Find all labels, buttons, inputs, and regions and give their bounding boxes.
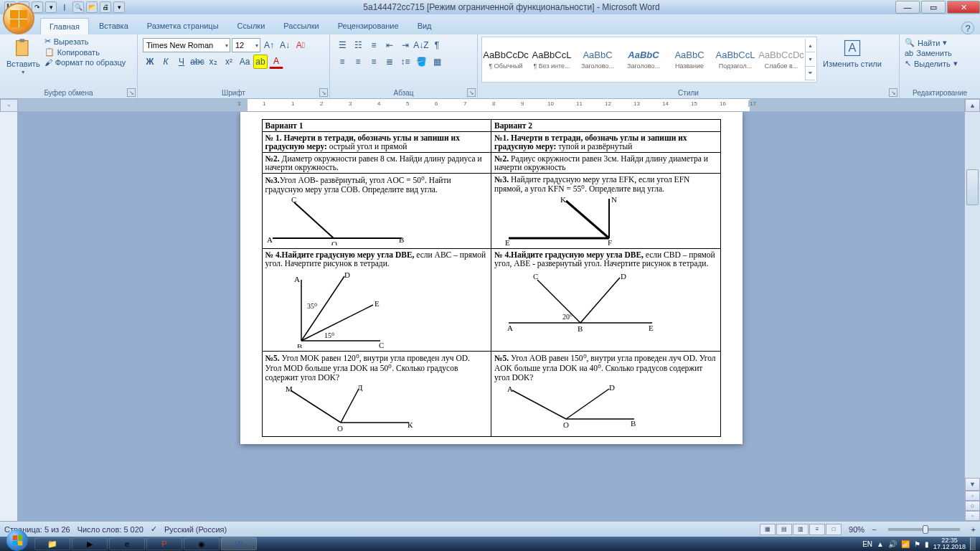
maximize-button[interactable]: ▭ — [921, 1, 946, 14]
gallery-scroll[interactable]: ▲▼⏷ — [805, 39, 815, 80]
taskbar-explorer[interactable]: 📁 — [34, 537, 70, 550]
font-size-combo[interactable]: 12 — [232, 38, 260, 52]
taskbar-ie[interactable]: e — [109, 537, 145, 550]
clipboard-dialog-launcher[interactable]: ↘ — [127, 88, 136, 97]
start-button[interactable] — [1, 537, 33, 551]
zoom-out-button[interactable]: − — [872, 525, 876, 534]
scroll-down-button[interactable]: ▼ — [965, 478, 980, 491]
align-right-button[interactable]: ≡ — [367, 55, 381, 69]
font-name-combo[interactable]: Times New Roman — [143, 38, 230, 52]
spell-check-icon[interactable]: ✓ — [151, 524, 157, 534]
line-spacing-button[interactable]: ↕≡ — [398, 55, 413, 69]
tab-view[interactable]: Вид — [409, 18, 440, 34]
clear-format-icon[interactable]: A⃠ — [293, 38, 308, 52]
taskbar-chrome[interactable]: ◉ — [184, 537, 220, 550]
redo-icon[interactable]: ↷ — [32, 1, 43, 13]
document-area[interactable]: Вариант 1 Вариант 2 № 1. Начерти в тетра… — [18, 112, 964, 521]
taskbar-ppt[interactable]: P — [146, 537, 182, 550]
inc-indent-button[interactable]: ⇥ — [398, 38, 413, 52]
office-button[interactable] — [3, 3, 34, 34]
tab-page-layout[interactable]: Разметка страницы — [138, 18, 227, 34]
borders-button[interactable]: ▦ — [430, 55, 444, 69]
styles-gallery[interactable]: AaBbCcDc¶ Обычный AaBbCcL¶ Без инте... A… — [481, 37, 817, 83]
full-read-view[interactable]: ▤ — [776, 524, 792, 535]
vertical-ruler[interactable] — [0, 112, 18, 521]
grow-font-icon[interactable]: A↑ — [262, 38, 276, 52]
change-styles-button[interactable]: A Изменить стили — [820, 37, 885, 70]
vertical-scrollbar[interactable]: ▲ ▼ ◦ ○ ◦ — [964, 99, 980, 521]
zoom-handle[interactable] — [923, 525, 928, 534]
style-heading1[interactable]: AaBbCЗаголово... — [575, 39, 620, 80]
font-dialog-launcher[interactable]: ↘ — [319, 88, 328, 97]
underline-button[interactable]: Ч — [174, 55, 189, 69]
scroll-thumb[interactable] — [966, 169, 979, 205]
justify-button[interactable]: ≣ — [382, 55, 397, 69]
subscript-button[interactable]: x₂ — [206, 55, 220, 69]
language-indicator[interactable]: Русский (Россия) — [164, 525, 227, 534]
change-case-button[interactable]: Aa — [237, 55, 252, 69]
zoom-in-button[interactable]: + — [971, 525, 976, 534]
ruler-corner[interactable]: ▫ — [0, 99, 18, 112]
superscript-button[interactable]: x² — [222, 55, 236, 69]
style-no-spacing[interactable]: AaBbCcL¶ Без инте... — [529, 39, 574, 80]
print-icon[interactable]: 🖨 — [100, 1, 111, 13]
tab-mailings[interactable]: Рассылки — [275, 18, 327, 34]
italic-button[interactable]: К — [159, 55, 173, 69]
help-button[interactable]: ? — [961, 22, 974, 34]
tray-volume-icon[interactable]: 🔊 — [888, 540, 897, 548]
show-desktop-button[interactable] — [970, 537, 976, 550]
style-subtle[interactable]: AaBbCcDcСлабое в... — [759, 39, 804, 80]
style-normal[interactable]: AaBbCcDc¶ Обычный — [484, 39, 528, 80]
bullets-button[interactable]: ☰ — [335, 38, 349, 52]
paste-button[interactable]: Вставить ▼ — [4, 37, 43, 76]
tray-up-icon[interactable]: ▲ — [877, 540, 884, 548]
paragraph-dialog-launcher[interactable]: ↘ — [467, 88, 476, 97]
draft-view[interactable]: □ — [826, 524, 842, 535]
minimize-button[interactable]: — — [895, 1, 920, 14]
shading-button[interactable]: 🪣 — [414, 55, 428, 69]
taskbar-word[interactable]: W — [221, 537, 257, 550]
highlight-button[interactable]: ab — [253, 55, 268, 69]
tray-battery-icon[interactable]: ▮ — [925, 540, 929, 548]
format-painter-button[interactable]: 🖌Формат по образцу — [44, 58, 126, 67]
next-page-button[interactable]: ◦ — [965, 511, 980, 521]
styles-dialog-launcher[interactable]: ↘ — [889, 88, 897, 97]
cut-button[interactable]: ✂Вырезать — [44, 37, 126, 46]
print-layout-view[interactable]: ▦ — [760, 524, 776, 535]
find-button[interactable]: 🔍Найти ▾ — [905, 38, 958, 47]
dec-indent-button[interactable]: ⇤ — [382, 38, 397, 52]
sort-button[interactable]: A↓Z — [414, 38, 428, 52]
align-left-button[interactable]: ≡ — [335, 55, 349, 69]
taskbar-media[interactable]: ▶ — [72, 537, 108, 550]
style-title[interactable]: AaBbCНазвание — [667, 39, 712, 80]
shrink-font-icon[interactable]: A↓ — [278, 38, 292, 52]
web-layout-view[interactable]: ▥ — [793, 524, 809, 535]
zoom-value[interactable]: 90% — [849, 525, 864, 534]
close-button[interactable]: ✕ — [947, 1, 980, 14]
page[interactable]: Вариант 1 Вариант 2 № 1. Начерти в тетра… — [240, 112, 743, 444]
tab-review[interactable]: Рецензирование — [329, 18, 407, 34]
zoom-slider[interactable] — [888, 528, 960, 531]
style-subtitle[interactable]: AaBbCcLПодзагол... — [713, 39, 758, 80]
word-count[interactable]: Число слов: 5 020 — [77, 525, 143, 534]
multilevel-button[interactable]: ≡ — [367, 38, 381, 52]
tray-flag-icon[interactable]: ⚑ — [914, 540, 920, 548]
bold-button[interactable]: Ж — [143, 55, 157, 69]
paste-dropdown-icon[interactable]: ▼ — [21, 70, 26, 75]
qat-more-icon[interactable]: ▾ — [45, 1, 57, 13]
style-heading2[interactable]: AaBbCЗаголово... — [621, 39, 666, 80]
align-center-button[interactable]: ≡ — [351, 55, 365, 69]
select-button[interactable]: ↖Выделить ▾ — [905, 59, 958, 68]
copy-button[interactable]: 📋Копировать — [44, 47, 126, 57]
browse-object-button[interactable]: ○ — [965, 501, 980, 511]
tab-home[interactable]: Главная — [40, 18, 89, 34]
horizontal-ruler[interactable]: 311234567891011121314151617 — [18, 99, 964, 112]
tray-network-icon[interactable]: 📶 — [901, 540, 910, 548]
outline-view[interactable]: ≡ — [809, 524, 825, 535]
qat-dropdown-icon[interactable]: ▾ — [113, 1, 125, 13]
scroll-up-button[interactable]: ▲ — [965, 99, 980, 112]
scroll-track[interactable] — [965, 112, 980, 478]
show-marks-button[interactable]: ¶ — [430, 38, 444, 52]
tray-clock[interactable]: 22:3517.12.2018 — [933, 537, 966, 550]
numbering-button[interactable]: ☷ — [351, 38, 365, 52]
